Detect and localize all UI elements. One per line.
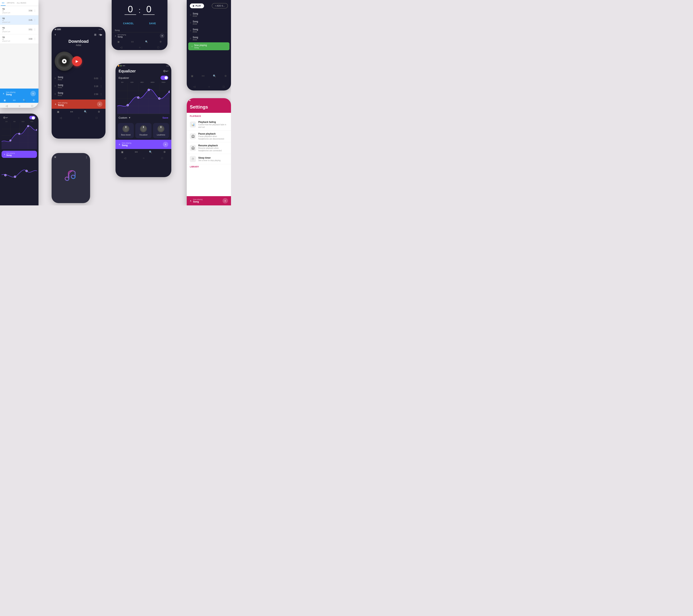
screen-eq-partial: ⚙↩ 120 460 1800 7000 — [0, 114, 39, 205]
loudness-card[interactable]: Loudness — [153, 123, 169, 138]
recents-nav-icon[interactable]: □ — [161, 157, 163, 160]
library-icon[interactable]: ▣ — [191, 75, 193, 77]
equalizer-icon[interactable]: ≡≡ — [70, 110, 73, 113]
eq2-now-playing[interactable]: ∧ Now playing Song — [2, 151, 37, 158]
home-nav-icon[interactable]: ○ — [139, 46, 140, 49]
search-icon[interactable]: 🔍 — [23, 99, 26, 102]
equalizer-icon[interactable]: ≡≡ — [135, 151, 138, 154]
bass-boost-card[interactable]: Bass boost — [118, 123, 134, 138]
more-icon[interactable]: ⋮ — [34, 19, 36, 22]
recents-nav-icon[interactable]: □ — [96, 116, 97, 119]
vinyl-disc — [55, 52, 74, 71]
queue-list-item[interactable]: ≡ Song Artist — [187, 19, 231, 26]
close-button[interactable]: ✕ — [54, 155, 56, 159]
song-row[interactable]: ng st played yet 3:51 ⋮ — [0, 25, 39, 34]
visualizer-card[interactable]: Visualizer — [135, 123, 151, 138]
queue-list-item-active[interactable]: ≡ Now playing Song — [188, 42, 230, 50]
save-button[interactable]: Save — [162, 116, 168, 119]
drag-icon: ≡ — [190, 14, 191, 16]
eq-settings-icon[interactable]: ⚙↩ — [163, 69, 168, 73]
settings-item-pause-playback[interactable]: 🎧 Pause playback Pause playback when hea… — [187, 131, 231, 142]
eq2-toggle[interactable] — [29, 116, 35, 119]
settings-icon[interactable]: ⚙ — [160, 40, 162, 43]
library-icon[interactable]: ▣ — [117, 40, 120, 43]
equalizer-icon[interactable]: ≡≡ — [202, 75, 205, 77]
minutes-display[interactable]: 0 — [142, 4, 156, 15]
library-icon[interactable]: ▣ — [4, 99, 6, 102]
back-nav-icon[interactable]: ◁ — [5, 104, 8, 107]
search-icon[interactable]: 🔍 — [145, 40, 148, 43]
back-nav-icon[interactable]: ◁ — [60, 116, 62, 119]
loudness-knob[interactable] — [157, 125, 164, 132]
more-icon[interactable]: ⋮ — [100, 85, 102, 88]
search-icon[interactable]: 🔍 — [84, 110, 87, 113]
now-playing-bar[interactable]: ∧ Now playing Song ⏸ — [187, 196, 231, 205]
grid-icon[interactable]: ⊞ — [94, 33, 96, 36]
tab-all-music[interactable]: ALL MUSIC — [16, 0, 27, 6]
settings-icon[interactable]: ⚙ — [33, 99, 35, 102]
eq-preset-selector[interactable]: Custom ▼ — [119, 116, 131, 119]
equalizer-icon[interactable]: ≡≡ — [13, 99, 16, 102]
queue-list-item[interactable]: ≡ Song Artist — [187, 11, 231, 19]
search-icon[interactable]: 🔍 — [149, 151, 152, 154]
search-icon[interactable]: 🔍 — [213, 75, 216, 77]
settings-icon[interactable]: ⚙ — [163, 151, 166, 154]
visualizer-knob[interactable] — [140, 125, 147, 132]
settings-item-resume-playback[interactable]: 🎧 Resume playback Resume playback when h… — [187, 142, 231, 154]
settings-item-playback-fading[interactable]: 📊 Playback fading Control how the playba… — [187, 119, 231, 131]
recents-nav-icon[interactable]: □ — [32, 104, 33, 107]
save-button[interactable]: SAVE — [146, 21, 159, 26]
back-nav-icon[interactable]: ◁ — [120, 46, 122, 49]
tab-ed[interactable]: ED — [1, 0, 5, 6]
more-button[interactable]: ⋮ — [85, 156, 88, 159]
status-bar: 📶 🔋 48% 3:21 — [116, 63, 171, 67]
queue-item[interactable]: 0 Song Artist 0:03 ⋮ — [52, 74, 105, 82]
cancel-button[interactable]: CANCEL — [120, 21, 137, 26]
library-icon[interactable]: ▣ — [57, 110, 59, 113]
hours-display[interactable]: 0 — [124, 4, 137, 15]
equalizer-icon[interactable]: ≡≡ — [131, 40, 134, 43]
recents-nav-icon[interactable]: □ — [223, 85, 224, 88]
pause-button[interactable]: ⏸ — [160, 34, 164, 38]
home-nav-icon[interactable]: ○ — [19, 104, 20, 107]
recents-nav-icon[interactable]: □ — [157, 46, 159, 49]
queue-item[interactable]: 0 Song Artist 2:59 ⋮ — [52, 90, 105, 98]
queue-list-item[interactable]: ≡ Song Artist — [187, 26, 231, 35]
now-playing-bar[interactable]: ∧ Now playing Song ⏸ — [116, 140, 171, 149]
play-button[interactable]: ▶ — [72, 56, 82, 66]
bass-boost-knob[interactable] — [122, 125, 130, 132]
home-nav-icon[interactable]: ○ — [78, 116, 79, 119]
more-icon[interactable]: ⋮ — [100, 93, 102, 96]
back-nav-icon[interactable]: ◁ — [124, 157, 126, 160]
library-icon[interactable]: ▣ — [121, 151, 123, 154]
more-icon[interactable]: ⋮ — [34, 9, 36, 12]
queue-list-item[interactable]: ≡ Song Artist — [187, 35, 231, 42]
queue-item[interactable]: 0 Song Artist 3:18 ⋮ — [52, 82, 105, 90]
equalizer-toggle[interactable] — [161, 76, 168, 80]
back-button[interactable]: ‹ — [55, 33, 56, 37]
queue-icon[interactable]: ≡▶ — [99, 33, 102, 36]
song-row[interactable]: ng st played yet 3:00 ⋮ — [0, 34, 39, 44]
svg-point-24 — [26, 170, 27, 172]
home-nav-icon[interactable]: ○ — [208, 85, 210, 88]
more-icon[interactable]: ⋮ — [34, 28, 36, 31]
settings-icon[interactable]: ⚙ — [224, 75, 227, 77]
add-button[interactable]: + ADD S... — [212, 3, 228, 8]
now-playing-bar[interactable]: ∧ Now playing Song ⏸ — [112, 32, 167, 39]
tab-artists[interactable]: ARTISTS — [5, 0, 16, 6]
more-icon[interactable]: ⋮ — [34, 37, 36, 40]
pause-button[interactable]: ⏸ — [222, 198, 228, 203]
play-button[interactable]: ▶ PLAY — [190, 3, 204, 8]
pause-button[interactable]: ⏸ — [163, 142, 168, 147]
more-icon[interactable]: ⋮ — [100, 77, 102, 80]
now-playing-bar[interactable]: ∧ Now playing Song ⏸ — [52, 100, 105, 109]
back-nav-icon[interactable]: ◁ — [193, 85, 195, 88]
pause-button[interactable]: ⏸ — [97, 101, 102, 107]
now-playing-bar[interactable]: ∧ Now playing Song ⏸ ▣ ≡≡ 🔍 ⚙ ◁ ○ □ — [0, 88, 39, 108]
pause-button[interactable]: ⏸ — [31, 91, 36, 96]
home-nav-icon[interactable]: ○ — [143, 157, 144, 160]
song-row[interactable]: ng st played yet 3:45 ⋮ — [0, 15, 39, 25]
song-row[interactable]: ng st played yet 3:56 ⋮ — [0, 6, 39, 15]
settings-icon[interactable]: ⚙ — [98, 110, 100, 113]
settings-item-sleep-timer[interactable]: ⏱ Sleep timer Set a timer to stop playin… — [187, 154, 231, 164]
